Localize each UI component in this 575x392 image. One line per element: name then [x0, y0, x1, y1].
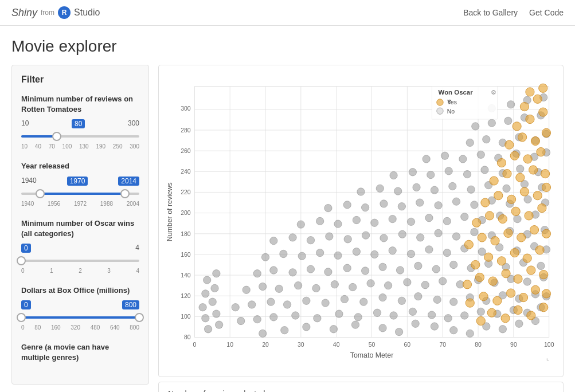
svg-point-172	[334, 220, 342, 228]
svg-point-164	[452, 233, 460, 240]
oscar-slider[interactable]	[21, 255, 139, 266]
movies-selected-label: Number of movies selected:	[168, 389, 554, 392]
svg-point-251	[487, 308, 496, 317]
year-handle-right[interactable]	[120, 189, 130, 198]
svg-point-266	[502, 269, 510, 278]
svg-point-159	[362, 232, 369, 239]
oscar-ticks: 0 1 2 3 4	[21, 268, 139, 274]
svg-point-163	[435, 229, 442, 237]
info-box: Number of movies selected: 2557	[158, 382, 564, 392]
svg-point-102	[242, 286, 250, 293]
year-val1: 1970	[67, 177, 88, 186]
oscar-track	[21, 260, 139, 262]
svg-point-88	[322, 299, 329, 307]
svg-point-161	[398, 230, 406, 238]
year-filter: Year released 1940 1970 2014 1940 1956	[21, 161, 139, 206]
svg-point-259	[507, 289, 515, 297]
svg-text:90: 90	[510, 342, 517, 348]
svg-point-293	[533, 191, 542, 200]
svg-point-248	[204, 276, 211, 284]
svg-point-219	[459, 155, 467, 163]
scatter-plot: 0 10 20 30 40 50 60 70 80 90 100 80 100 …	[165, 71, 557, 369]
svg-text:220: 220	[181, 189, 191, 195]
svg-point-288	[538, 203, 546, 212]
svg-point-110	[384, 282, 392, 289]
svg-point-189	[416, 199, 424, 206]
svg-point-92	[398, 297, 405, 304]
svg-point-205	[503, 185, 510, 192]
shiny-text: Shiny	[11, 7, 37, 19]
svg-point-144	[389, 247, 396, 254]
svg-point-289	[481, 198, 490, 207]
svg-point-70	[335, 310, 343, 317]
svg-point-126	[361, 267, 369, 275]
svg-point-158	[344, 236, 351, 243]
svg-point-260	[519, 293, 527, 301]
svg-point-212	[463, 170, 471, 178]
svg-point-201	[431, 186, 438, 194]
svg-point-203	[467, 186, 475, 193]
svg-point-182	[514, 215, 521, 222]
svg-point-226	[483, 136, 490, 143]
svg-point-209	[409, 168, 416, 176]
svg-point-258	[493, 296, 502, 305]
svg-point-94	[433, 296, 441, 303]
box-handle-left[interactable]	[17, 313, 26, 322]
box-handle-right[interactable]	[135, 313, 144, 322]
reviews-values: 10 80 300	[21, 119, 139, 128]
svg-point-273	[510, 248, 519, 257]
header: Shiny from R Studio Back to Gallery Get …	[0, 0, 575, 26]
svg-point-87	[303, 297, 310, 304]
svg-point-74	[409, 308, 416, 315]
svg-point-123	[307, 265, 314, 273]
year-track	[21, 193, 139, 195]
year-slider[interactable]	[21, 188, 139, 199]
reviews-label: Minimum number of reviews on Rotten Toma…	[21, 94, 139, 115]
svg-point-78	[477, 308, 484, 315]
reviews-ticks: 10 40 70 100 130 190 250 300	[21, 143, 139, 150]
svg-point-162	[417, 234, 424, 241]
back-to-gallery-link[interactable]: Back to Gallery	[463, 8, 518, 17]
svg-point-112	[421, 281, 429, 289]
svg-point-281	[530, 226, 538, 234]
svg-point-190	[435, 202, 442, 209]
boxoffice-slider[interactable]	[21, 312, 139, 323]
svg-point-198	[376, 185, 384, 192]
svg-point-188	[398, 203, 405, 210]
oscar-max: 4	[135, 244, 139, 253]
svg-text:300: 300	[181, 105, 191, 112]
svg-point-51	[281, 327, 288, 334]
year-handle-left[interactable]	[36, 189, 45, 198]
svg-point-210	[427, 171, 435, 178]
svg-point-124	[324, 268, 332, 276]
svg-point-286	[511, 207, 520, 215]
oscar-handle[interactable]	[17, 256, 26, 265]
svg-point-261	[531, 285, 539, 294]
svg-point-120	[253, 270, 261, 277]
svg-text:Number of reviews: Number of reviews	[166, 182, 174, 241]
svg-point-142	[353, 248, 360, 256]
svg-point-295	[490, 177, 498, 185]
reviews-slider[interactable]	[21, 131, 139, 142]
svg-point-297	[516, 173, 525, 182]
svg-point-302	[523, 155, 532, 163]
svg-point-303	[537, 147, 545, 156]
chart-container: 0 10 20 30 40 50 60 70 80 90 100 80 100 …	[158, 65, 564, 377]
get-code-link[interactable]: Get Code	[529, 8, 564, 17]
svg-text:20: 20	[262, 342, 269, 348]
year-val2: 2014	[118, 177, 139, 186]
reviews-current: 80	[72, 119, 85, 128]
svg-point-305	[518, 133, 527, 142]
svg-point-59	[450, 327, 457, 334]
svg-point-271	[484, 253, 493, 261]
reviews-max: 300	[128, 119, 139, 128]
svg-point-233	[504, 117, 512, 124]
svg-point-208	[390, 171, 397, 179]
svg-point-128	[396, 266, 404, 274]
genre-filter: Genre (a movie can have multiple genres)	[21, 342, 139, 363]
reviews-handle[interactable]	[52, 132, 61, 141]
svg-text:60: 60	[404, 342, 411, 348]
svg-point-298	[529, 166, 538, 174]
svg-point-156	[307, 237, 314, 244]
header-logo: Shiny from R Studio	[11, 6, 100, 19]
